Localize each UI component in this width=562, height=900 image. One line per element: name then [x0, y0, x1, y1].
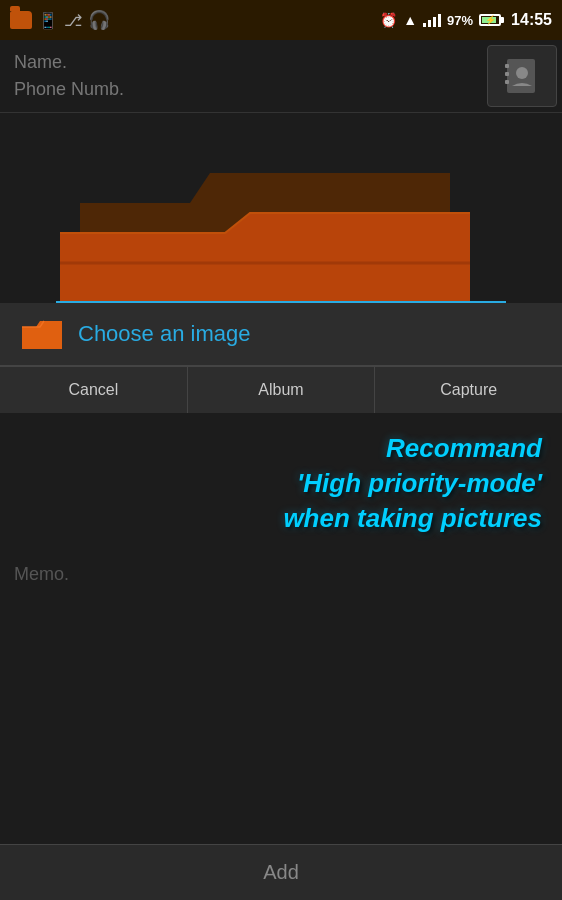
memo-placeholder[interactable]: Memo. [14, 564, 69, 584]
main-content: Name. Phone Numb. [0, 40, 562, 900]
status-bar: 📱 ⎇ 🎧 ⏰ ▲ 97% ⚡ 14:55 [0, 0, 562, 40]
wifi-icon: ▲ [403, 12, 417, 28]
recommend-line2: 'High priority-mode' [20, 468, 542, 499]
battery-percent: 97% [447, 13, 473, 28]
name-field[interactable]: Name. [14, 52, 468, 73]
dialog-buttons: Cancel Album Capture [0, 366, 562, 413]
dialog-box: Choose an image Cancel Album Capture [0, 303, 562, 413]
svg-point-4 [516, 67, 528, 79]
contact-icon-box[interactable] [487, 45, 557, 107]
add-button-bar[interactable]: Add [0, 844, 562, 900]
form-area: Name. Phone Numb. [0, 40, 562, 113]
add-button-label[interactable]: Add [263, 861, 299, 884]
recommend-line1: Recommand [20, 433, 542, 464]
contact-book-icon [502, 56, 542, 96]
capture-button[interactable]: Capture [375, 367, 562, 413]
memo-area: Memo. [0, 554, 562, 595]
status-right-icons: ⏰ ▲ 97% ⚡ 14:55 [380, 11, 552, 29]
spacer [0, 595, 562, 844]
usb-icon: ⎇ [64, 11, 82, 30]
status-left-icons: 📱 ⎇ 🎧 [10, 9, 110, 31]
headphone-icon: 🎧 [88, 9, 110, 31]
album-button[interactable]: Album [188, 367, 376, 413]
svg-rect-1 [505, 64, 509, 68]
folder-icon [10, 11, 32, 29]
dialog-overlay: Choose an image Cancel Album Capture [0, 301, 562, 413]
signal-icon [423, 13, 441, 27]
recommendation-area: Recommand 'High priority-mode' when taki… [0, 413, 562, 554]
alarm-icon: ⏰ [380, 12, 397, 28]
recommend-line3: when taking pictures [20, 503, 542, 534]
phone-field[interactable]: Phone Numb. [14, 79, 468, 100]
dialog-folder-icon [20, 317, 64, 351]
cancel-button[interactable]: Cancel [0, 367, 188, 413]
status-time: 14:55 [511, 11, 552, 29]
dialog-header: Choose an image [0, 303, 562, 366]
phone-icon: 📱 [38, 11, 58, 30]
form-fields: Name. Phone Numb. [0, 40, 482, 112]
dialog-title: Choose an image [78, 321, 250, 347]
folder-display-area: Choose an image Cancel Album Capture [0, 113, 562, 413]
battery-icon: ⚡ [479, 14, 501, 26]
svg-rect-3 [505, 80, 509, 84]
svg-rect-2 [505, 72, 509, 76]
